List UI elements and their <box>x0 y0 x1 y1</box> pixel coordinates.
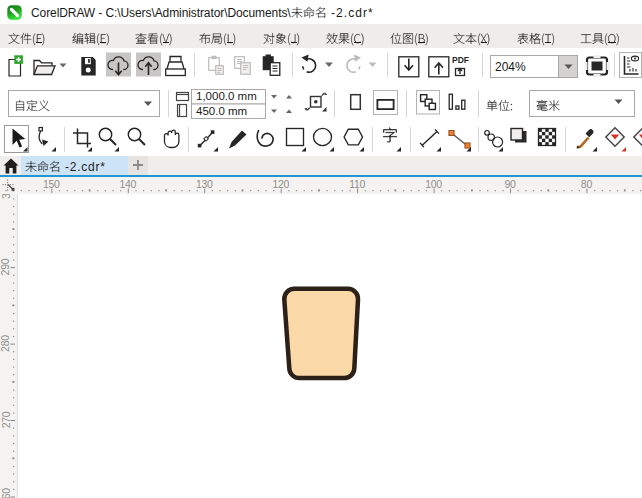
svg-text:450.0 mm: 450.0 mm <box>196 105 247 117</box>
svg-text:204%: 204% <box>495 60 526 74</box>
svg-text:300: 300 <box>0 194 12 199</box>
svg-text:PDF: PDF <box>452 55 469 65</box>
svg-text:140: 140 <box>119 178 136 190</box>
svg-text:290: 290 <box>0 258 12 275</box>
svg-text:100: 100 <box>425 178 442 190</box>
svg-text:150: 150 <box>43 178 60 190</box>
svg-text:90: 90 <box>504 178 516 190</box>
svg-text:120: 120 <box>272 178 289 190</box>
svg-text:270: 270 <box>0 411 12 428</box>
svg-text:280: 280 <box>0 335 12 352</box>
svg-text:260: 260 <box>0 488 12 498</box>
svg-text:1,000.0 mm: 1,000.0 mm <box>196 90 257 102</box>
svg-text:130: 130 <box>196 178 213 190</box>
svg-text:80: 80 <box>581 178 593 190</box>
svg-text:110: 110 <box>349 178 365 190</box>
